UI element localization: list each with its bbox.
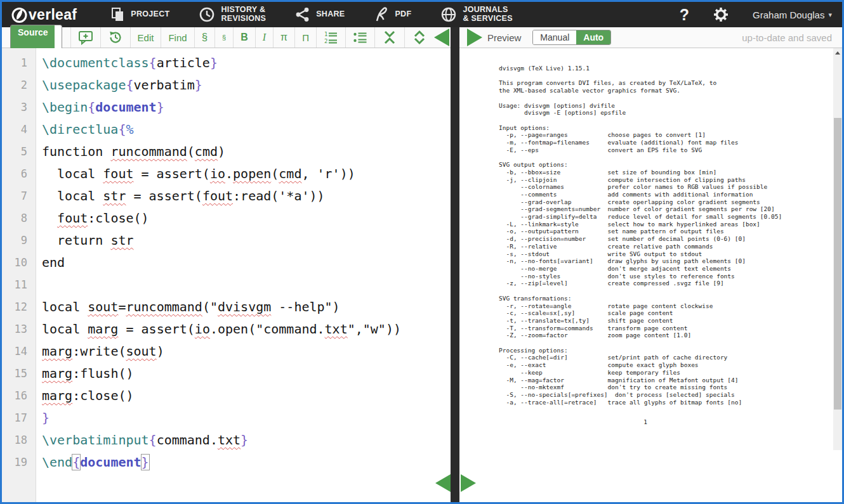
line-number: 11 — [2, 274, 36, 296]
section-button[interactable]: § — [194, 27, 214, 48]
scrollbar-thumb[interactable] — [834, 118, 841, 410]
numbered-list-icon: 1 2 — [324, 30, 338, 44]
line-number: 12 — [2, 296, 36, 318]
nav-share[interactable]: SHARE — [295, 7, 345, 22]
pane-divider[interactable] — [451, 27, 459, 502]
italic-button[interactable]: I — [255, 27, 273, 48]
line-number: 2 — [2, 74, 36, 96]
nav-history-revisions[interactable]: HISTORY & REVISIONS — [199, 6, 266, 23]
code-line[interactable]: \verbatiminput{command.txt} — [42, 429, 451, 451]
code-line[interactable]: \documentclass{article} — [42, 52, 451, 74]
code-line[interactable]: marg:close() — [42, 385, 451, 407]
line-number: 1 — [2, 52, 36, 74]
code-line[interactable]: local str = assert(fout:read('*a')) — [42, 185, 451, 207]
edit-menu-button[interactable]: Edit — [130, 27, 161, 48]
project-copy-icon — [110, 7, 125, 22]
line-number: 18 — [2, 429, 36, 451]
comment-plus-icon — [78, 30, 93, 45]
line-number: 16 — [2, 385, 36, 407]
numbered-list-button[interactable]: 1 2 — [316, 27, 345, 48]
pdf-page-number: 1 — [499, 418, 792, 425]
nav-journals-label: JOURNALS & SERVICES — [463, 6, 513, 23]
source-mode-button[interactable]: Source — [11, 25, 55, 49]
nav-menu: PROJECT HISTORY & REVISIONS — [110, 6, 513, 23]
help-button[interactable]: ? — [680, 6, 689, 24]
nav-right-group: ? Graham Douglas ▾ — [680, 6, 832, 24]
code-line[interactable] — [42, 274, 451, 296]
manual-compile-button[interactable]: Manual — [533, 30, 576, 44]
display-math-button[interactable]: Π — [294, 27, 316, 48]
editor-pane: Source Rich Text — [2, 27, 451, 502]
line-number: 13 — [2, 318, 36, 340]
bullet-list-icon — [353, 30, 367, 44]
code-line[interactable]: } — [42, 407, 451, 429]
gear-icon[interactable] — [712, 6, 730, 23]
inline-math-button[interactable]: π — [273, 27, 294, 48]
main-area: Source Rich Text — [2, 27, 842, 502]
expand-view-button[interactable] — [404, 27, 434, 48]
expand-preview-arrow[interactable] — [467, 29, 482, 46]
history-clock-icon — [199, 6, 215, 23]
pdf-text: dvisvgm (TeX Live) 1.15.1 This program c… — [499, 65, 782, 406]
collapse-view-button[interactable] — [374, 27, 404, 48]
expand-pane-icon — [412, 30, 427, 45]
line-number: 15 — [2, 363, 36, 385]
editor-toolbar: Source Rich Text — [2, 27, 451, 48]
preview-scrollbar[interactable] — [833, 48, 842, 450]
compile-mode-toggle: Manual Auto — [532, 30, 611, 45]
find-button[interactable]: Find — [161, 27, 194, 48]
line-number: 5 — [2, 141, 36, 163]
code-line[interactable]: \usepackage{verbatim} — [42, 74, 451, 96]
add-comment-button[interactable] — [70, 27, 100, 48]
nav-project[interactable]: PROJECT — [110, 7, 169, 22]
code-line[interactable]: end — [42, 252, 451, 274]
code-line[interactable]: \directlua{% — [42, 119, 451, 141]
code-line[interactable]: return str — [42, 229, 451, 252]
user-account-menu[interactable]: Graham Douglas ▾ — [753, 10, 832, 20]
track-changes-button[interactable] — [100, 27, 130, 48]
source-editor: 12345678910111213141516171819 \documentc… — [2, 48, 451, 502]
overleaf-logo-o-leaf-icon — [11, 6, 28, 23]
overleaf-window: verleaf PROJECT HISTORY & REVISIONS — [0, 0, 844, 504]
scroll-up-icon[interactable] — [835, 51, 840, 55]
auto-compile-button[interactable]: Auto — [576, 30, 610, 44]
preview-label: Preview — [487, 32, 521, 43]
track-changes-icon — [108, 30, 123, 45]
overleaf-logo[interactable]: verleaf — [11, 6, 77, 23]
code-line[interactable]: local fout = assert(io.popen(cmd, 'r')) — [42, 163, 451, 185]
subsection-button[interactable]: § — [214, 27, 233, 48]
source-richtext-toggle: Source Rich Text — [10, 25, 62, 50]
preview-toolbar: Preview Manual Auto up-to-date and saved — [459, 27, 842, 48]
share-icon — [295, 7, 310, 22]
expand-preview-arrow-bottom[interactable] — [461, 474, 476, 492]
code-line[interactable]: local marg = assert(io.open("command.txt… — [42, 318, 451, 340]
code-line[interactable]: marg:flush() — [42, 363, 451, 385]
nav-project-label: PROJECT — [131, 10, 169, 19]
compile-status-text: up-to-date and saved — [742, 32, 832, 43]
code-lines[interactable]: \documentclass{article}\usepackage{verba… — [36, 48, 451, 502]
collapse-editor-arrow[interactable] — [434, 29, 449, 46]
line-number: 3 — [2, 96, 36, 119]
code-line[interactable]: fout:close() — [42, 207, 451, 229]
line-number: 8 — [2, 207, 36, 229]
line-number: 14 — [2, 340, 36, 363]
line-number: 17 — [2, 407, 36, 429]
bold-button[interactable]: B — [233, 27, 255, 48]
user-name: Graham Douglas — [753, 10, 824, 20]
nav-pdf[interactable]: PDF — [374, 6, 411, 23]
line-number: 10 — [2, 252, 36, 274]
code-line[interactable]: \begin{document} — [42, 96, 451, 119]
line-number: 19 — [2, 451, 36, 474]
chevron-down-icon: ▾ — [828, 11, 832, 19]
bullet-list-button[interactable] — [345, 27, 374, 48]
code-line[interactable]: local sout=runcommand("dvisvgm --help") — [42, 296, 451, 318]
globe-icon — [440, 6, 457, 23]
code-line[interactable]: function runcommand(cmd) — [42, 141, 451, 163]
code-line[interactable]: marg:write(sout) — [42, 340, 451, 363]
nav-journals-services[interactable]: JOURNALS & SERVICES — [440, 6, 513, 23]
code-line[interactable]: \end{document} — [42, 451, 451, 474]
rich-text-mode-button[interactable]: Rich Text — [55, 25, 62, 49]
nav-history-label: HISTORY & REVISIONS — [221, 6, 266, 23]
collapse-editor-arrow-bottom[interactable] — [435, 474, 451, 492]
line-number: 9 — [2, 229, 36, 252]
